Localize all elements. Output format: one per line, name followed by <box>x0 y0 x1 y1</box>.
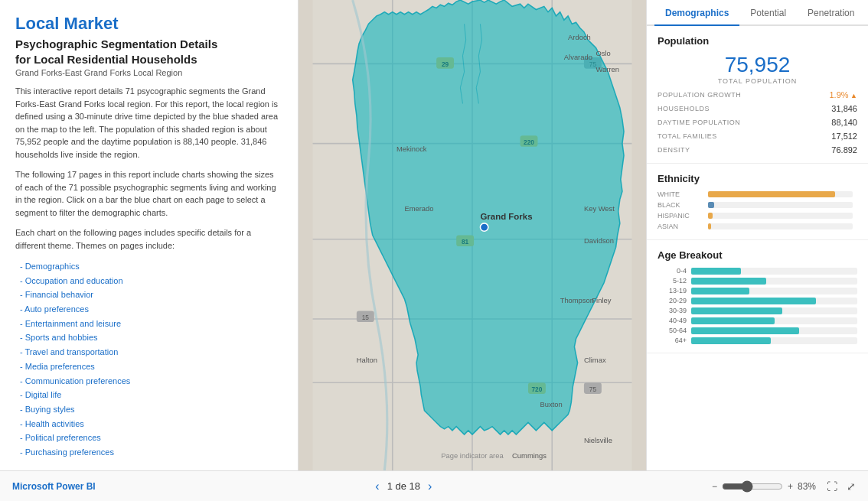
fullscreen-icon[interactable]: ⤢ <box>847 480 856 493</box>
age-bar-wrap <box>691 288 857 294</box>
age-bar-wrap <box>691 268 857 275</box>
region-label: Grand Forks-East Grand Forks Local Regio… <box>15 68 282 77</box>
tabs-container: Demographics Potential Penetration <box>647 0 868 26</box>
svg-point-40 <box>480 223 488 231</box>
age-bar <box>691 298 816 304</box>
description-para2: The following 17 pages in this report in… <box>15 168 282 219</box>
svg-text:Oslo: Oslo <box>596 50 611 57</box>
age-label: 40-49 <box>658 317 687 324</box>
stat-value: 88,140 <box>831 118 857 127</box>
age-label: 5-12 <box>658 277 687 285</box>
ethnicity-bar-wrap <box>708 191 853 197</box>
theme-item: - Communication preferences <box>20 374 282 389</box>
age-bars: 0-45-1213-1920-2930-3940-4950-6464+ <box>658 267 857 344</box>
tab-penetration[interactable]: Penetration <box>797 0 865 26</box>
svg-text:Key West: Key West <box>584 205 615 213</box>
age-row: 13-19 <box>658 287 857 294</box>
theme-item: - Digital life <box>20 388 282 402</box>
ethnicity-bar-wrap <box>708 213 853 219</box>
theme-item: - Travel and transportation <box>20 345 282 359</box>
zoom-level: 83% <box>798 481 816 492</box>
theme-item: - Sports and hobbies <box>20 330 282 345</box>
age-section: Age Breakout 0-45-1213-1920-2930-3940-49… <box>647 240 868 353</box>
theme-item: - Purchasing preferences <box>20 445 282 460</box>
age-bar <box>691 327 799 334</box>
zoom-slider[interactable] <box>722 480 783 493</box>
powerbi-link[interactable]: Microsoft Power BI <box>12 481 96 492</box>
tab-demographics[interactable]: Demographics <box>654 0 739 26</box>
svg-text:75: 75 <box>589 386 597 393</box>
population-label: TOTAL POPULATION <box>658 77 857 85</box>
population-total: 75,952 <box>658 53 857 77</box>
age-row: 20-29 <box>658 297 857 304</box>
svg-text:Climax: Climax <box>584 356 606 364</box>
age-bar-wrap <box>691 317 857 324</box>
stat-value: 31,846 <box>831 104 857 113</box>
age-bar <box>691 268 741 275</box>
age-bar <box>691 317 775 324</box>
age-label: 13-19 <box>658 287 687 294</box>
theme-item: - Occupation and education <box>20 274 282 288</box>
next-page-button[interactable]: › <box>428 480 432 493</box>
svg-text:15: 15 <box>362 314 370 321</box>
ethnicity-label: ASIAN <box>658 223 703 230</box>
page-title: Local Market <box>15 14 282 34</box>
svg-text:Thompson: Thompson <box>560 297 594 304</box>
svg-text:Alvarado: Alvarado <box>564 54 592 61</box>
svg-text:Cummings: Cummings <box>512 452 547 460</box>
svg-text:Nielsville: Nielsville <box>584 437 612 444</box>
stat-value: 76.892 <box>831 145 857 155</box>
ethnicity-bar <box>708 191 835 197</box>
theme-item: - Media preferences <box>20 359 282 374</box>
svg-text:Ardoch: Ardoch <box>568 34 591 41</box>
subtitle1: Psychographic Segmentation Details for L… <box>15 37 282 67</box>
svg-text:Finley: Finley <box>592 297 611 304</box>
ethnicity-bars: WHITEBLACKHISPANICASIAN <box>658 190 857 230</box>
svg-text:Davidson: Davidson <box>584 237 614 245</box>
themes-list: - Demographics- Occupation and education… <box>20 259 282 460</box>
stat-label: DENSITY <box>658 146 690 154</box>
age-bar-wrap <box>691 298 857 304</box>
age-row: 30-39 <box>658 307 857 314</box>
age-bar <box>691 307 782 314</box>
age-row: 50-64 <box>658 327 857 334</box>
age-bar <box>691 278 766 285</box>
prev-page-button[interactable]: ‹ <box>375 480 379 493</box>
population-stats: POPULATION GROWTH1.9%HOUSEHOLDS31,846DAY… <box>658 88 857 157</box>
ethnicity-title: Ethnicity <box>658 173 857 184</box>
zoom-minus-icon[interactable]: − <box>712 481 717 492</box>
right-panel: Demographics Potential Penetration Popul… <box>646 0 868 470</box>
ethnicity-bar-wrap <box>708 223 853 229</box>
theme-item: - Entertainment and leisure <box>20 317 282 331</box>
ethnicity-row: HISPANIC <box>658 212 857 220</box>
stat-row: DAYTIME POPULATION88,140 <box>658 115 857 129</box>
age-label: 64+ <box>658 337 687 344</box>
age-row: 40-49 <box>658 317 857 324</box>
ethnicity-label: BLACK <box>658 201 703 209</box>
age-row: 5-12 <box>658 277 857 285</box>
age-bar <box>691 337 771 344</box>
stat-row: TOTAL FAMILIES17,512 <box>658 129 857 143</box>
map-background: 29 220 81 15 75 75 720 Ardoch <box>299 0 646 470</box>
svg-text:Halton: Halton <box>357 356 377 364</box>
stat-label: DAYTIME POPULATION <box>658 119 740 126</box>
svg-text:Warren: Warren <box>596 66 619 73</box>
stat-value: 17,512 <box>831 132 857 141</box>
ethnicity-row: ASIAN <box>658 223 857 230</box>
theme-item: - Buying styles <box>20 402 282 417</box>
zoom-plus-icon[interactable]: + <box>788 481 793 492</box>
stat-label: POPULATION GROWTH <box>658 91 741 99</box>
svg-text:Grand Forks: Grand Forks <box>480 212 532 221</box>
age-row: 0-4 <box>658 267 857 275</box>
description-para3: Each chart on the following pages includ… <box>15 226 282 252</box>
fit-screen-icon[interactable]: ⛶ <box>827 480 837 493</box>
age-bar-wrap <box>691 307 857 314</box>
population-big: 75,952 TOTAL POPULATION <box>658 53 857 85</box>
left-panel: Local Market Psychographic Segmentation … <box>0 0 299 470</box>
theme-item: - Financial behavior <box>20 288 282 302</box>
tab-potential[interactable]: Potential <box>739 0 797 26</box>
map-panel: 29 220 81 15 75 75 720 Ardoch <box>299 0 646 470</box>
stat-row: HOUSEHOLDS31,846 <box>658 102 857 115</box>
age-row: 64+ <box>658 337 857 344</box>
stat-row: DENSITY76.892 <box>658 143 857 157</box>
